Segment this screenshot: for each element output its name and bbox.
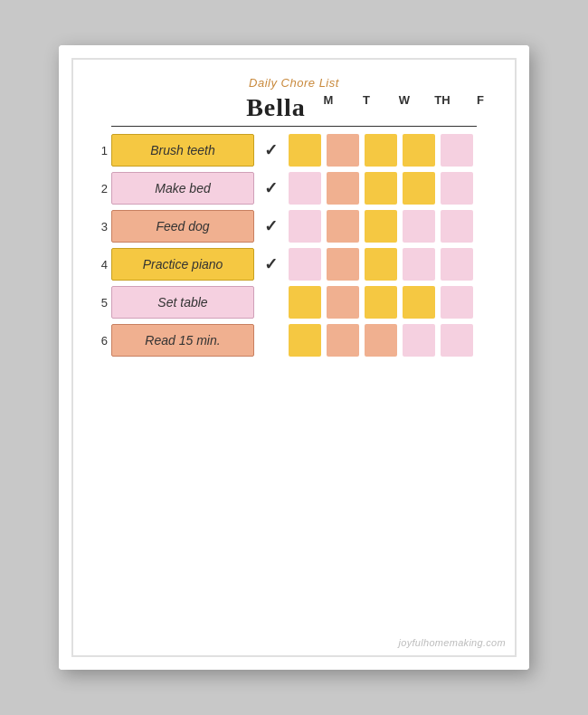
chore-row-3: 3 Feed dog ✓ — [91, 210, 497, 243]
day-cells-3 — [289, 210, 473, 243]
chore-label-3: Feed dog — [111, 210, 254, 243]
cell-3-extra[interactable] — [441, 210, 473, 243]
chore-number-1: 1 — [91, 144, 108, 157]
frame-content: Daily Chore List Bella M T W TH F 1 Brus… — [71, 58, 517, 657]
check-2: ✓ — [254, 172, 287, 205]
day-cells-6 — [289, 324, 473, 357]
chore-number-2: 2 — [91, 182, 108, 195]
cell-3-w[interactable] — [327, 210, 359, 243]
cell-3-th[interactable] — [365, 210, 397, 243]
chore-row-1: 1 Brush teeth ✓ — [91, 134, 497, 167]
cell-6-th[interactable] — [365, 324, 397, 357]
chore-number-3: 3 — [91, 220, 108, 234]
cell-1-extra[interactable] — [441, 134, 473, 167]
day-cells-5 — [289, 286, 473, 319]
chore-label-1: Brush teeth — [111, 134, 254, 167]
cell-6-t[interactable] — [289, 324, 321, 357]
header-divider — [111, 126, 476, 127]
cell-2-extra[interactable] — [441, 172, 473, 205]
check-1: ✓ — [254, 134, 287, 167]
cell-1-w[interactable] — [327, 134, 359, 167]
cell-4-w[interactable] — [327, 248, 359, 281]
cell-2-t[interactable] — [289, 172, 321, 205]
cell-2-w[interactable] — [327, 172, 359, 205]
check-3: ✓ — [254, 210, 287, 243]
chore-label-5: Set table — [111, 286, 254, 319]
cell-6-w[interactable] — [327, 324, 359, 357]
name-header-row: Bella M T W TH F — [91, 93, 497, 122]
cell-4-th[interactable] — [365, 248, 397, 281]
day-w: W — [388, 93, 421, 107]
day-th: TH — [426, 93, 459, 107]
cell-1-f[interactable] — [403, 134, 435, 167]
chore-row-4: 4 Practice piano ✓ — [91, 248, 497, 281]
check-4: ✓ — [254, 248, 287, 281]
child-name: Bella — [246, 93, 306, 122]
chart-subtitle: Daily Chore List — [249, 76, 339, 90]
cell-5-t[interactable] — [289, 286, 321, 319]
chore-number-6: 6 — [91, 334, 108, 348]
cell-1-t[interactable] — [289, 134, 321, 167]
cell-4-f[interactable] — [403, 248, 435, 281]
chore-row-5: 5 Set table — [91, 286, 497, 319]
day-m: M — [312, 93, 345, 107]
chore-number-4: 4 — [91, 258, 108, 272]
day-cells-1 — [289, 134, 473, 167]
cell-6-f[interactable] — [403, 324, 435, 357]
chore-label-2: Make bed — [111, 172, 254, 205]
cell-6-extra[interactable] — [441, 324, 473, 357]
cell-1-th[interactable] — [365, 134, 397, 167]
chore-label-4: Practice piano — [111, 248, 254, 281]
chore-label-6: Read 15 min. — [111, 324, 254, 357]
cell-4-extra[interactable] — [441, 248, 473, 281]
cell-2-f[interactable] — [403, 172, 435, 205]
chore-row-6: 6 Read 15 min. — [91, 324, 497, 357]
day-headers: M T W TH F — [312, 93, 497, 107]
picture-frame: Daily Chore List Bella M T W TH F 1 Brus… — [59, 45, 529, 670]
chore-list: 1 Brush teeth ✓ 2 Make bed ✓ — [91, 134, 497, 357]
cell-3-f[interactable] — [403, 210, 435, 243]
chore-number-5: 5 — [91, 296, 108, 310]
day-f: F — [464, 93, 497, 107]
check-6 — [254, 324, 287, 357]
day-cells-4 — [289, 248, 473, 281]
cell-4-t[interactable] — [289, 248, 321, 281]
cell-5-extra[interactable] — [441, 286, 473, 319]
check-5 — [254, 286, 287, 319]
cell-3-t[interactable] — [289, 210, 321, 243]
day-cells-2 — [289, 172, 473, 205]
day-t: T — [350, 93, 383, 107]
cell-5-f[interactable] — [403, 286, 435, 319]
cell-5-th[interactable] — [365, 286, 397, 319]
title-area: Daily Chore List — [249, 76, 339, 91]
cell-5-w[interactable] — [327, 286, 359, 319]
watermark: joyfulhomemaking.com — [399, 637, 507, 648]
chore-row-2: 2 Make bed ✓ — [91, 172, 497, 205]
cell-2-th[interactable] — [365, 172, 397, 205]
